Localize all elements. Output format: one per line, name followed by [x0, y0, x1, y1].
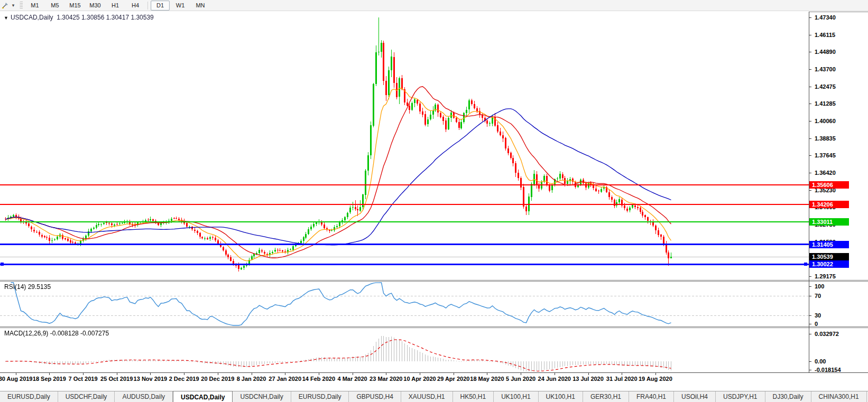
macd-indicator-canvas[interactable]	[0, 328, 809, 372]
price-line-badge-1.35606[interactable]: 1.35606	[809, 181, 849, 189]
macd-tick-mark	[809, 370, 811, 370]
date-tick-mark	[353, 373, 353, 375]
price-tick-mark	[809, 104, 811, 104]
date-tick-label: 18 May 2020	[470, 376, 504, 382]
chart-tab-uk100-h1[interactable]: UK100,H1	[494, 391, 538, 402]
chart-tab-uk100-h1[interactable]: UK100,H1	[539, 391, 583, 402]
price-tick-label: 1.37645	[815, 152, 836, 158]
date-tick-mark	[184, 373, 184, 375]
draw-cursor-icon-glyph	[2, 2, 9, 9]
chart-ohlc-values: 1.30425 1.30856 1.30417 1.30539	[57, 14, 154, 21]
chart-tab-dj30-daily[interactable]: DJ30,Daily	[765, 391, 811, 402]
price-line-badge-1.33011[interactable]: 1.33011	[809, 218, 849, 226]
price-tick-mark	[809, 276, 811, 277]
price-tick-label: 1.46115	[815, 32, 835, 38]
date-tick-label: 5 Jun 2020	[506, 376, 535, 382]
price-tick-mark	[809, 87, 811, 87]
date-tick-label: 4 Mar 2020	[337, 376, 367, 382]
chart-tab-usdjpy-h1[interactable]: USDJPY,H1	[716, 391, 765, 402]
draw-cursor-icon[interactable]	[1, 1, 10, 10]
macd-tick-mark	[809, 361, 811, 362]
rsi-indicator-canvas[interactable]	[0, 282, 809, 326]
price-tick-label: 1.29175	[815, 273, 836, 279]
timeframe-button-h1[interactable]: H1	[106, 1, 125, 11]
date-tick-label: 31 Jul 2020	[606, 376, 638, 382]
date-tick-mark	[588, 373, 589, 375]
price-tick-mark	[809, 69, 811, 70]
rsi-label: RSI(14) 29.5135	[4, 283, 51, 291]
date-tick-mark	[252, 373, 252, 375]
date-tick-mark	[487, 373, 487, 375]
macd-tick-label: -0.018154	[815, 367, 841, 373]
date-tick-mark	[49, 373, 50, 375]
chart-tab-usdchf-daily[interactable]: USDCHF,Daily	[58, 391, 115, 402]
chart-title-collapse-icon[interactable]: ▼	[4, 15, 8, 21]
price-line-badge-1.31405[interactable]: 1.31405	[809, 241, 849, 248]
price-line-badge-1.30539[interactable]: 1.30539	[809, 253, 849, 260]
macd-tick-mark	[809, 334, 811, 334]
timeframe-button-h4[interactable]: H4	[126, 1, 145, 11]
timeframe-button-m15[interactable]: M15	[66, 1, 85, 11]
timeframe-button-m30[interactable]: M30	[86, 1, 105, 11]
rsi-tick-label: 30	[815, 312, 821, 319]
date-tick-mark	[319, 373, 319, 375]
chart-tab-bar: EURUSD,DailyUSDCHF,DailyAUDUSD,DailyUSDC…	[0, 391, 868, 402]
toolbar-separator	[147, 2, 148, 10]
timeframe-button-mn[interactable]: MN	[191, 1, 210, 11]
chart-tab-audusd-daily[interactable]: AUDUSD,Daily	[115, 391, 173, 402]
toolbar-grip	[20, 2, 23, 9]
price-tick-mark	[809, 17, 811, 18]
rsi-tick-label: 70	[815, 293, 821, 299]
rsi-tick-label: 0	[815, 321, 818, 327]
price-line-badge-1.30022[interactable]: 1.30022	[809, 260, 849, 268]
macd-label: MACD(12,26,9) -0.008128 -0.007275	[4, 330, 109, 337]
timeframe-button-m1[interactable]: M1	[25, 1, 44, 11]
chart-tab-usoil-h4[interactable]: USOil,H4	[674, 391, 716, 402]
trading-platform-window: ▾ M1M5M15M30H1H4D1W1MN ▼USDCAD,Daily 1.3…	[0, 0, 868, 402]
rsi-tick-mark	[809, 315, 811, 316]
timeframe-button-w1[interactable]: W1	[171, 1, 190, 11]
price-line-badge-1.34206[interactable]: 1.34206	[809, 201, 849, 208]
date-tick-mark	[117, 373, 117, 375]
tool-dropdown-caret[interactable]: ▾	[10, 3, 16, 8]
chart-tab-gbpusd-h4[interactable]: GBPUSD,H4	[349, 391, 401, 402]
timeframe-button-m5[interactable]: M5	[45, 1, 64, 11]
chart-tab-china300-h1[interactable]: CHINA300,H1	[811, 391, 867, 402]
date-tick-label: 19 Aug 2020	[639, 376, 672, 382]
price-axis-line	[809, 12, 809, 372]
price-tick-label: 1.44890	[815, 49, 836, 55]
price-tick-mark	[809, 121, 811, 121]
date-axis[interactable]: 30 Aug 201918 Sep 20197 Oct 201925 Oct 2…	[0, 373, 868, 391]
chart-tab-eurusd-daily[interactable]: EURUSD,Daily	[291, 391, 349, 402]
date-tick-label: 30 Aug 2019	[0, 376, 32, 382]
date-tick-label: 13 Jul 2020	[572, 376, 604, 382]
date-tick-label: 13 Nov 2019	[134, 376, 168, 382]
price-tick-label: 1.42475	[815, 83, 836, 90]
price-tick-mark	[809, 52, 811, 52]
price-chart-canvas[interactable]	[0, 12, 809, 280]
date-tick-label: 10 Apr 2020	[403, 376, 436, 382]
chart-tab-ger30-h1[interactable]: GER30,H1	[583, 391, 629, 402]
price-tick-label: 1.36420	[815, 170, 836, 176]
date-tick-mark	[150, 373, 151, 375]
chart-tab-hk50-h1[interactable]: HK50,H1	[453, 391, 494, 402]
price-tick-mark	[809, 155, 811, 156]
date-tick-mark	[83, 373, 84, 375]
price-tick-label: 1.47340	[815, 14, 836, 21]
price-tick-mark	[809, 190, 811, 191]
price-tick-label: 1.38835	[815, 135, 836, 142]
date-tick-label: 27 Jan 2020	[269, 376, 301, 382]
date-tick-mark	[555, 373, 555, 375]
price-tick-label: 1.41285	[815, 100, 836, 107]
date-tick-mark	[655, 373, 656, 375]
chart-tab-usdcnh-daily[interactable]: USDCNH,Daily	[233, 391, 291, 402]
chart-tab-xauusd-h1[interactable]: XAUUSD,H1	[401, 391, 453, 402]
chart-tab-eurusd-daily[interactable]: EURUSD,Daily	[0, 391, 58, 402]
price-tick-mark	[809, 173, 811, 173]
date-tick-mark	[386, 373, 386, 375]
timeframe-button-d1[interactable]: D1	[151, 1, 170, 11]
date-tick-label: 7 Oct 2019	[68, 376, 97, 382]
chart-tab-usdcad-daily[interactable]: USDCAD,Daily	[173, 391, 233, 402]
date-tick-mark	[285, 373, 285, 375]
chart-tab-fra40-h1[interactable]: FRA40,H1	[629, 391, 674, 402]
